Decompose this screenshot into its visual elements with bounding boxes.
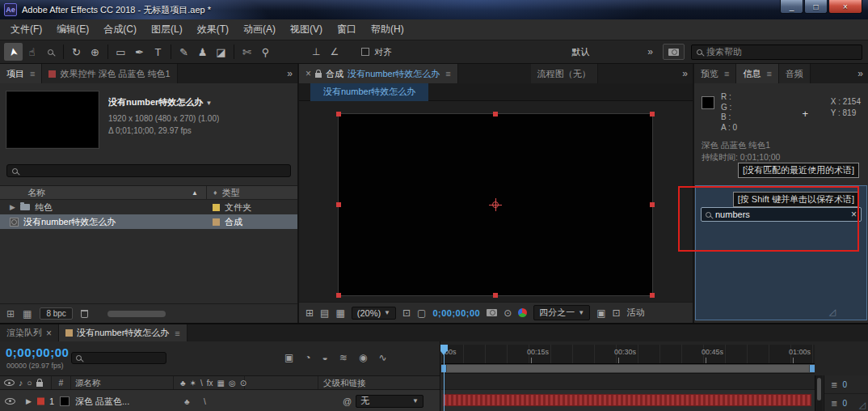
type-tool[interactable]: T <box>149 43 167 61</box>
sort-ascending-icon[interactable]: ▲ <box>192 189 198 197</box>
fast-previews-icon[interactable]: ▣ <box>596 307 605 319</box>
lock-icon[interactable] <box>36 382 43 387</box>
collapse-switch-icon[interactable]: ✶ <box>190 379 196 388</box>
quality-switch-icon[interactable]: \ <box>204 396 206 405</box>
composition-frame[interactable] <box>338 113 653 296</box>
tab-composition[interactable]: × 合成 没有number特效怎么办 ≡ <box>299 64 458 83</box>
brush-tool[interactable]: ✎ <box>175 43 193 61</box>
work-area-region[interactable] <box>447 365 809 372</box>
panel-menu-icon[interactable]: ≡ <box>724 69 729 78</box>
fx-switch-icon[interactable]: fx <box>207 379 213 388</box>
label-color-chip[interactable] <box>213 204 220 211</box>
time-ruler[interactable]: 00s 00:15s 00:30s 00:45s 01:00s <box>441 345 815 364</box>
close-button[interactable]: × <box>828 0 862 14</box>
clone-stamp-tool[interactable]: ♟ <box>193 43 212 61</box>
selection-handle[interactable] <box>650 112 655 117</box>
mask-shape-tool[interactable]: ▭ <box>112 43 130 61</box>
menu-effect[interactable]: 效果(T) <box>190 19 236 40</box>
tab-timeline-comp[interactable]: 没有number特效怎么办 ≡ <box>59 324 188 341</box>
table-row[interactable]: ▶ 纯色 文件夹 <box>0 200 297 214</box>
panel-overflow-chevron[interactable]: » <box>282 68 297 79</box>
project-search-input[interactable] <box>23 166 285 176</box>
anchor-point-icon[interactable] <box>489 198 502 211</box>
playhead-line[interactable] <box>444 345 445 411</box>
viewer-tab[interactable]: 没有number特效怎么办 <box>310 83 428 101</box>
close-icon[interactable]: × <box>305 68 311 79</box>
layer-row[interactable]: ▶ 1 深色 品蓝色... ♣ \ @ 无 ▼ <box>0 390 440 411</box>
work-area-bar[interactable] <box>441 364 815 374</box>
snapshot-camera-icon[interactable] <box>487 309 497 316</box>
menu-layer[interactable]: 图层(L) <box>144 19 190 40</box>
viewer-timecode[interactable]: 0;00;00;00 <box>432 308 480 318</box>
audio-icon[interactable]: ♪ <box>19 378 23 388</box>
roto-brush-tool[interactable]: ✄ <box>238 43 256 61</box>
horizontal-scrollbar[interactable] <box>107 311 166 317</box>
panel-menu-icon[interactable]: ≡ <box>175 328 179 338</box>
selection-handle[interactable] <box>336 202 341 207</box>
tab-project[interactable]: 项目 ≡ <box>0 64 42 83</box>
panel-overflow-chevron[interactable]: » <box>677 68 693 79</box>
hand-tool[interactable]: ☝ <box>23 43 41 61</box>
tab-flowchart[interactable]: 流程图（无） <box>531 64 598 83</box>
orbit-camera-tool[interactable]: ↻ <box>67 43 86 61</box>
comp-thumbnail[interactable] <box>6 91 99 148</box>
panel-overflow-chevron[interactable]: » <box>853 68 868 79</box>
menu-edit[interactable]: 编辑(E) <box>49 19 96 40</box>
shy-switch-icon[interactable]: ♣ <box>184 396 190 405</box>
quality-switch-icon[interactable]: \ <box>200 379 203 388</box>
clear-search-icon[interactable]: × <box>851 210 857 219</box>
panel-menu-icon[interactable]: ≡ <box>30 69 35 78</box>
panel-grip-icon[interactable]: ◿ <box>829 307 836 317</box>
region-of-interest-icon[interactable]: ⊡ <box>402 307 411 319</box>
motion-blur-icon[interactable]: ◉ <box>359 352 367 363</box>
lock-icon[interactable] <box>315 73 322 78</box>
selection-handle[interactable] <box>493 112 498 117</box>
work-area-end-handle[interactable] <box>810 365 815 372</box>
minimize-button[interactable]: _ <box>780 0 803 14</box>
tab-info[interactable]: 信息 ≡ <box>736 64 778 83</box>
interpret-footage-icon[interactable]: ⊞ <box>6 308 15 320</box>
draft-3d-icon[interactable]: ◔ <box>305 352 310 363</box>
column-type[interactable]: ♦ 类型 <box>206 186 297 199</box>
mini-flowchart-icon[interactable]: ▣ <box>284 352 293 363</box>
parent-pickwhip-icon[interactable]: @ <box>343 396 352 406</box>
view-layout-label[interactable]: 活动 <box>627 307 645 319</box>
world-axis-mode-icon[interactable]: ∠ <box>330 46 339 57</box>
snap-checkbox[interactable] <box>361 48 369 56</box>
panel-menu-icon[interactable]: ≡ <box>766 69 771 78</box>
frame-blend-switch-icon[interactable]: ▦ <box>217 379 225 388</box>
eraser-tool[interactable]: ◪ <box>212 43 230 61</box>
timeline-button-icon[interactable]: ⊡ <box>613 307 621 319</box>
trash-icon[interactable] <box>81 310 88 318</box>
effects-search-input[interactable] <box>715 210 847 219</box>
selection-handle[interactable] <box>336 112 341 117</box>
twirl-icon[interactable]: ▶ <box>10 203 15 211</box>
panel-grip-icon[interactable]: ◿ <box>859 400 866 410</box>
main-viewer-icon[interactable]: ▤ <box>320 307 329 319</box>
show-snapshot-icon[interactable]: ⊙ <box>504 307 512 319</box>
transparency-grid-icon[interactable]: ▢ <box>417 307 426 319</box>
local-axis-mode-icon[interactable]: ⊥ <box>312 46 320 57</box>
layer-name[interactable]: 深色 品蓝色... <box>75 395 129 407</box>
tooltip-shift-save[interactable]: [按 Shift 键并单击以保存术语] <box>733 192 859 207</box>
current-timecode[interactable]: 0;00;00;00 <box>6 345 69 359</box>
pan-behind-tool[interactable]: ⊕ <box>86 43 104 61</box>
always-preview-icon[interactable]: ⊞ <box>305 307 314 319</box>
twirl-icon[interactable]: ▶ <box>26 397 32 405</box>
tab-preview[interactable]: 预览 ≡ <box>694 64 736 83</box>
maximize-button[interactable]: □ <box>804 0 828 14</box>
selection-handle[interactable] <box>650 202 655 207</box>
selection-handle[interactable] <box>650 293 655 298</box>
help-search-input[interactable] <box>706 47 857 57</box>
column-source-name[interactable]: 源名称 <box>71 376 174 389</box>
panel-menu-icon[interactable]: ≡ <box>445 69 450 78</box>
zoom-tool[interactable] <box>41 43 60 61</box>
workspace-selector[interactable]: 默认 <box>571 46 589 58</box>
scrollbar-thumb[interactable] <box>817 378 821 400</box>
selection-handle[interactable] <box>493 293 498 298</box>
chevron-down-icon[interactable]: ▼ <box>205 100 212 107</box>
menu-help[interactable]: 帮助(H) <box>364 19 411 40</box>
frame-blending-icon[interactable]: ≋ <box>339 352 348 363</box>
sync-settings-button[interactable] <box>663 44 685 60</box>
label-color-chip[interactable] <box>213 218 220 226</box>
